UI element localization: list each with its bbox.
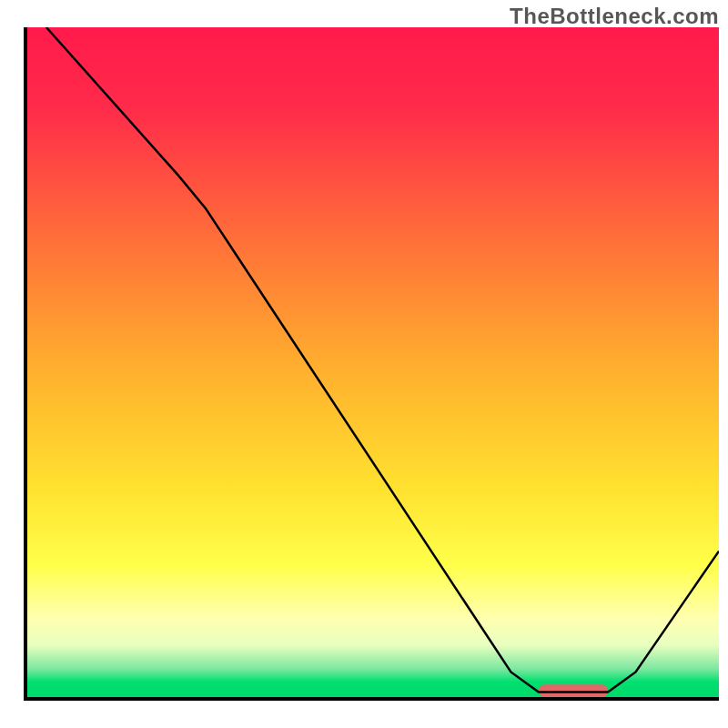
plot-area xyxy=(24,27,719,701)
gradient-background xyxy=(25,27,719,699)
svg-rect-1 xyxy=(539,684,608,697)
watermark-text: TheBottleneck.com xyxy=(510,4,719,29)
bottleneck-chart xyxy=(0,0,728,728)
chart-wrapper: TheBottleneck.com xyxy=(0,0,728,728)
optimum-marker xyxy=(539,684,608,697)
